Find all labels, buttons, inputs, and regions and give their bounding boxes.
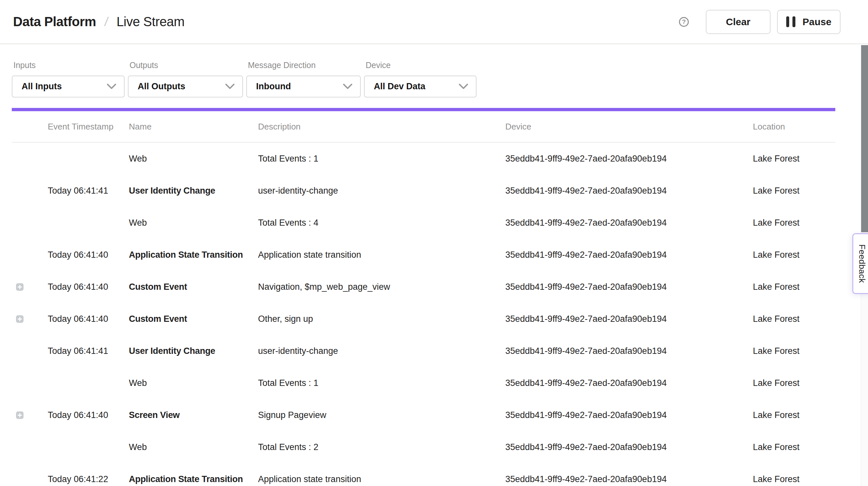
cell-name: Web bbox=[129, 218, 258, 228]
page-header: Data Platform / Live Stream ? Clear Paus… bbox=[0, 0, 868, 44]
cell-description: user-identity-change bbox=[258, 346, 505, 356]
cell-device: 35eddb41-9ff9-49e2-7aed-20afa90eb194 bbox=[505, 250, 753, 260]
help-icon[interactable]: ? bbox=[679, 17, 689, 27]
cell-location: Lake Forest bbox=[753, 346, 835, 356]
cell-device: 35eddb41-9ff9-49e2-7aed-20afa90eb194 bbox=[505, 378, 753, 388]
expander-cell bbox=[12, 412, 48, 419]
expander-cell bbox=[12, 283, 48, 291]
table-row[interactable]: Web Total Events : 2 35eddb41-9ff9-49e2-… bbox=[12, 431, 835, 463]
expander-cell bbox=[12, 155, 48, 162]
cell-description: Total Events : 2 bbox=[258, 442, 505, 452]
cell-event-timestamp: Today 06:41:40 bbox=[48, 410, 129, 420]
scrollbar-thumb[interactable] bbox=[861, 45, 868, 232]
table-body: Web Total Events : 1 35eddb41-9ff9-49e2-… bbox=[12, 143, 868, 486]
cell-description: Navigation, $mp_web_page_view bbox=[258, 282, 505, 292]
table-row[interactable]: Web Total Events : 1 35eddb41-9ff9-49e2-… bbox=[12, 367, 835, 399]
table-row[interactable]: Today 06:41:41 User Identity Change user… bbox=[12, 335, 835, 367]
cell-event-timestamp: Today 06:41:40 bbox=[48, 282, 129, 292]
column-header-description: Description bbox=[258, 122, 505, 132]
filter-inputs: Inputs All Inputs bbox=[12, 61, 125, 97]
table-row[interactable]: Today 06:41:40 Application State Transit… bbox=[12, 239, 835, 271]
clear-button-label: Clear bbox=[726, 17, 750, 28]
cell-device: 35eddb41-9ff9-49e2-7aed-20afa90eb194 bbox=[505, 346, 753, 356]
cell-description: user-identity-change bbox=[258, 186, 505, 196]
breadcrumb: Data Platform / Live Stream bbox=[13, 14, 184, 29]
expand-row-button[interactable] bbox=[16, 412, 24, 419]
breadcrumb-parent[interactable]: Data Platform bbox=[13, 14, 96, 29]
expander-cell bbox=[12, 476, 48, 483]
filter-inputs-label: Inputs bbox=[12, 61, 125, 70]
device-dropdown-value: All Dev Data bbox=[374, 82, 426, 92]
expander-cell bbox=[12, 444, 48, 451]
cell-location: Lake Forest bbox=[753, 314, 835, 324]
feedback-tab-label: Feedback bbox=[857, 244, 867, 283]
filter-message-direction: Message Direction Inbound bbox=[246, 61, 361, 97]
cell-name: Custom Event bbox=[129, 314, 258, 324]
cell-device: 35eddb41-9ff9-49e2-7aed-20afa90eb194 bbox=[505, 410, 753, 420]
clear-button[interactable]: Clear bbox=[706, 10, 771, 34]
table-row[interactable]: Today 06:41:40 Custom Event Other, sign … bbox=[12, 303, 835, 335]
table-row[interactable]: Today 06:41:41 User Identity Change user… bbox=[12, 175, 835, 207]
cell-description: Total Events : 1 bbox=[258, 154, 505, 164]
expander-cell bbox=[12, 379, 48, 387]
cell-location: Lake Forest bbox=[753, 442, 835, 452]
cell-name: Custom Event bbox=[129, 282, 258, 292]
cell-location: Lake Forest bbox=[753, 186, 835, 196]
chevron-down-icon bbox=[343, 84, 352, 90]
expander-cell bbox=[12, 251, 48, 259]
cell-description: Signup Pageview bbox=[258, 410, 505, 420]
cell-location: Lake Forest bbox=[753, 378, 835, 388]
filter-outputs-label: Outputs bbox=[128, 61, 243, 70]
cell-location: Lake Forest bbox=[753, 218, 835, 228]
table-row[interactable]: Web Total Events : 1 35eddb41-9ff9-49e2-… bbox=[12, 143, 835, 175]
cell-device: 35eddb41-9ff9-49e2-7aed-20afa90eb194 bbox=[505, 186, 753, 196]
table-row[interactable]: Today 06:41:22 Application State Transit… bbox=[12, 463, 835, 486]
filter-outputs: Outputs All Outputs bbox=[128, 61, 243, 97]
chevron-down-icon bbox=[107, 84, 116, 90]
table-row[interactable]: Today 06:41:40 Screen View Signup Pagevi… bbox=[12, 399, 835, 431]
cell-event-timestamp: Today 06:41:40 bbox=[48, 314, 129, 324]
cell-description: Application state transition bbox=[258, 250, 505, 260]
header-actions: ? Clear Pause bbox=[679, 10, 840, 34]
cell-name: Application State Transition bbox=[129, 474, 258, 484]
expander-cell bbox=[12, 219, 48, 226]
cell-event-timestamp: Today 06:41:41 bbox=[48, 186, 129, 196]
expand-row-button[interactable] bbox=[16, 315, 24, 323]
chevron-down-icon bbox=[459, 84, 468, 90]
cell-description: Application state transition bbox=[258, 474, 505, 484]
cell-device: 35eddb41-9ff9-49e2-7aed-20afa90eb194 bbox=[505, 218, 753, 228]
outputs-dropdown[interactable]: All Outputs bbox=[128, 75, 243, 97]
cell-name: User Identity Change bbox=[129, 186, 258, 196]
column-header-device: Device bbox=[505, 122, 753, 132]
message-direction-dropdown[interactable]: Inbound bbox=[246, 75, 361, 97]
cell-name: Application State Transition bbox=[129, 250, 258, 260]
live-stream-table: Event Timestamp Name Description Device … bbox=[12, 111, 868, 486]
table-row[interactable]: Today 06:41:40 Custom Event Navigation, … bbox=[12, 271, 835, 303]
cell-location: Lake Forest bbox=[753, 282, 835, 292]
cell-name: Web bbox=[129, 154, 258, 164]
cell-event-timestamp: Today 06:41:40 bbox=[48, 250, 129, 260]
filter-bar: Inputs All Inputs Outputs All Outputs Me… bbox=[0, 44, 868, 97]
cell-description: Other, sign up bbox=[258, 314, 505, 324]
cell-name: Web bbox=[129, 442, 258, 452]
pause-icon bbox=[786, 17, 796, 27]
cell-event-timestamp: Today 06:41:22 bbox=[48, 474, 129, 484]
cell-event-timestamp: Today 06:41:41 bbox=[48, 346, 129, 356]
expand-row-button[interactable] bbox=[16, 283, 24, 291]
cell-location: Lake Forest bbox=[753, 250, 835, 260]
cell-device: 35eddb41-9ff9-49e2-7aed-20afa90eb194 bbox=[505, 474, 753, 484]
feedback-tab[interactable]: Feedback bbox=[852, 233, 868, 294]
cell-device: 35eddb41-9ff9-49e2-7aed-20afa90eb194 bbox=[505, 154, 753, 164]
expander-cell bbox=[12, 187, 48, 194]
table-header-row: Event Timestamp Name Description Device … bbox=[12, 111, 835, 143]
page-title: Live Stream bbox=[117, 14, 184, 29]
cell-description: Total Events : 4 bbox=[258, 218, 505, 228]
table-row[interactable]: Web Total Events : 4 35eddb41-9ff9-49e2-… bbox=[12, 207, 835, 239]
inputs-dropdown[interactable]: All Inputs bbox=[12, 75, 125, 97]
pause-button[interactable]: Pause bbox=[777, 10, 840, 34]
message-direction-dropdown-value: Inbound bbox=[256, 82, 291, 92]
device-dropdown[interactable]: All Dev Data bbox=[364, 75, 476, 97]
cell-name: Web bbox=[129, 378, 258, 388]
accent-divider bbox=[12, 108, 835, 111]
cell-location: Lake Forest bbox=[753, 410, 835, 420]
